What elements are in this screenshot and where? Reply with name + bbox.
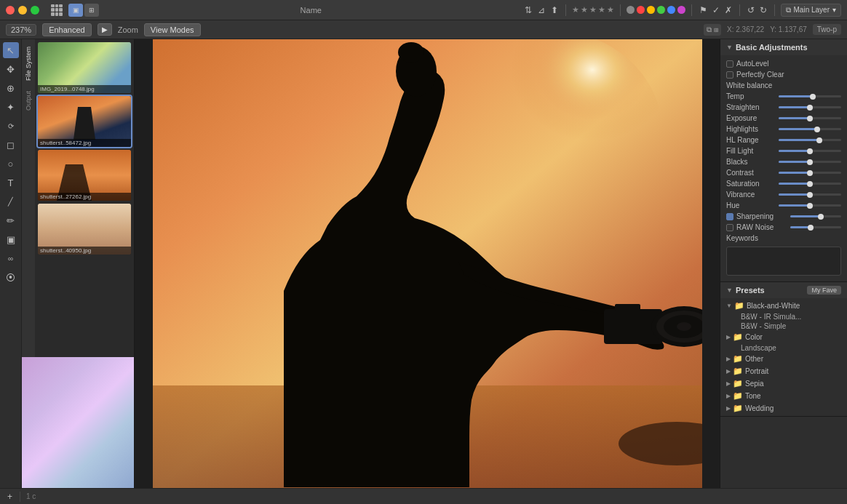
contrast-label: Contrast: [726, 169, 776, 177]
sharpening-slider[interactable]: [790, 215, 841, 217]
color-dot-purple[interactable]: [677, 6, 685, 14]
tool-enhance[interactable]: ✦: [3, 99, 19, 115]
upload-icon[interactable]: ⬆: [549, 4, 560, 17]
star-2[interactable]: ★: [581, 5, 588, 15]
filmstrip-label-3: shutterst..27262.jpg: [38, 193, 131, 201]
perfectly-clear-checkbox[interactable]: [726, 71, 733, 79]
file-name-field[interactable]: Name: [105, 6, 517, 15]
tool-mask[interactable]: ▣: [3, 231, 19, 247]
tool-rotate[interactable]: ⟳: [3, 118, 19, 134]
star-5[interactable]: ★: [607, 5, 614, 15]
view-grid-icon[interactable]: ⊞: [84, 4, 99, 17]
tool-pencil[interactable]: ✏: [3, 212, 19, 228]
keywords-input[interactable]: [726, 247, 841, 276]
fill-light-slider[interactable]: [779, 150, 841, 152]
tool-select[interactable]: ↖: [3, 42, 19, 58]
tool-ellipse[interactable]: ○: [3, 156, 19, 172]
preset-folder-other[interactable]: ▶ 📁 Other: [723, 353, 844, 365]
tool-move[interactable]: ✥: [3, 61, 19, 77]
left-toolbar: ↖ ✥ ⊕ ✦ ⟳ ◻ ○ T ╱ ✏ ▣ ∞ ⦿: [0, 39, 22, 488]
presets-tab[interactable]: My Fave: [807, 286, 841, 295]
color-dot-green[interactable]: [657, 6, 665, 14]
star-3[interactable]: ★: [589, 5, 597, 15]
straighten-slider[interactable]: [779, 106, 841, 108]
color-dot-yellow[interactable]: [647, 6, 655, 14]
raw-noise-row: RAW Noise: [726, 222, 841, 233]
temp-row: Temp: [726, 91, 841, 102]
raw-noise-slider[interactable]: [790, 226, 841, 228]
coord-x: X: 2.367,22: [727, 25, 764, 33]
preset-bw-simple[interactable]: B&W - Simple: [723, 321, 844, 331]
flag-icon[interactable]: ⚑: [698, 4, 709, 17]
filter-icon[interactable]: ⊿: [536, 4, 546, 17]
filmstrip-item-3[interactable]: shutterst..27262.jpg: [38, 150, 131, 201]
tool-text[interactable]: T: [3, 175, 19, 191]
hue-slider[interactable]: [779, 204, 841, 207]
saturation-slider[interactable]: [779, 183, 841, 185]
basic-adjustments-section: ▼ Basic Adjustments AutoLevel Perfectly …: [720, 39, 847, 282]
preset-folder-tone[interactable]: ▶ 📁 Tone: [723, 390, 844, 402]
flag-check-icon[interactable]: ✓: [711, 4, 721, 17]
blacks-slider[interactable]: [779, 161, 841, 163]
exposure-row: Exposure: [726, 113, 841, 124]
view-single-icon[interactable]: ▣: [68, 4, 83, 17]
basic-adjustments-body: AutoLevel Perfectly Clear White balance …: [720, 55, 847, 281]
tab-file-system[interactable]: File System: [23, 42, 33, 85]
highlights-slider[interactable]: [779, 128, 841, 130]
flag-x-icon[interactable]: ✗: [723, 4, 733, 17]
star-1[interactable]: ★: [572, 5, 579, 15]
bottom-bar: + 1 c: [0, 488, 847, 504]
preset-folder-portrait[interactable]: ▶ 📁 Portrait: [723, 365, 844, 377]
layer-selector[interactable]: ⧉ Main Layer ▾: [781, 4, 841, 17]
saturation-label: Saturation: [726, 180, 776, 188]
vibrance-slider[interactable]: [779, 193, 841, 196]
filmstrip: IMG_2019...0748.jpg shutterst..58472.jpg…: [35, 39, 134, 357]
tool-lasso[interactable]: ∞: [3, 250, 19, 266]
undo-icon[interactable]: ↺: [746, 4, 756, 17]
preset-landscape[interactable]: Landscape: [723, 343, 844, 353]
filmstrip-item-2[interactable]: shutterst..58472.jpg: [38, 96, 131, 147]
minimize-button[interactable]: [18, 6, 27, 15]
tool-eyedropper[interactable]: ⦿: [3, 269, 19, 285]
autolevel-checkbox[interactable]: [726, 60, 733, 68]
raw-noise-checkbox[interactable]: [726, 224, 733, 231]
maximize-button[interactable]: [31, 6, 39, 15]
preset-folder-wedding[interactable]: ▶ 📁 Wedding: [723, 402, 844, 415]
temp-slider[interactable]: [779, 95, 841, 97]
tool-rect[interactable]: ◻: [3, 137, 19, 153]
color-dot-gray[interactable]: [627, 6, 635, 14]
preset-folder-bw[interactable]: ▼ 📁 Black-and-White: [723, 300, 844, 312]
two-panel-button[interactable]: Two-p: [813, 24, 841, 35]
exposure-slider[interactable]: [779, 117, 841, 119]
preset-bw-ir[interactable]: B&W - IR Simula...: [723, 312, 844, 321]
grid-icon[interactable]: [51, 4, 63, 16]
preset-folder-sepia[interactable]: ▶ 📁 Sepia: [723, 377, 844, 390]
tool-line[interactable]: ╱: [3, 193, 19, 209]
filmstrip-item-4[interactable]: shutterst..40950.jpg: [38, 204, 131, 255]
svg-point-5: [398, 42, 424, 63]
redo-icon[interactable]: ↻: [758, 4, 768, 17]
color-dot-blue[interactable]: [667, 6, 675, 14]
zoom-control[interactable]: 237%: [6, 24, 36, 36]
filmstrip-item-1[interactable]: IMG_2019...0748.jpg: [38, 42, 131, 93]
hl-range-slider[interactable]: [779, 139, 841, 141]
enhanced-button[interactable]: Enhanced: [42, 23, 92, 36]
zoom-label[interactable]: Zoom: [118, 25, 138, 34]
sort-icon[interactable]: ⇅: [523, 4, 533, 17]
star-4[interactable]: ★: [598, 5, 605, 15]
folder-sepia-expand-icon: ▶: [726, 380, 731, 387]
contrast-slider[interactable]: [779, 172, 841, 174]
presets-header[interactable]: ▼ Presets My Fave: [720, 282, 847, 298]
enhanced-arrow-button[interactable]: ▶: [98, 23, 112, 36]
tool-zoom[interactable]: ⊕: [3, 80, 19, 96]
view-modes-button[interactable]: View Modes: [144, 23, 201, 36]
close-button[interactable]: [6, 6, 15, 15]
preset-folder-color[interactable]: ▶ 📁 Color: [723, 331, 844, 343]
canvas-area[interactable]: [135, 39, 720, 488]
star-rating[interactable]: ★ ★ ★ ★ ★: [572, 5, 614, 15]
tab-output[interactable]: Output: [23, 87, 33, 115]
color-dot-red[interactable]: [637, 6, 645, 14]
basic-adjustments-header[interactable]: ▼ Basic Adjustments: [720, 39, 847, 55]
add-icon[interactable]: +: [6, 490, 14, 503]
sharpening-checkbox[interactable]: [726, 213, 733, 220]
